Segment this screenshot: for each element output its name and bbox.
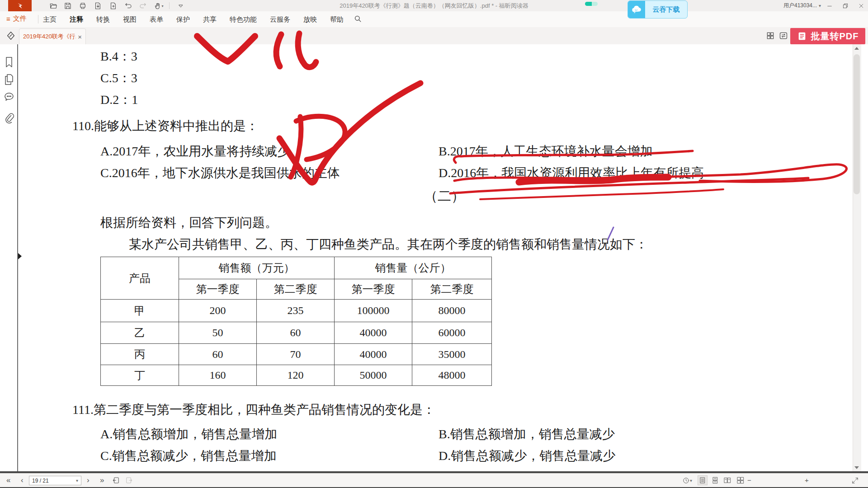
pdf-page: B.4：3 C.5：3 D.2：1 110.能够从上述资料中推出的是： A.20…: [18, 44, 853, 471]
table-cell-product: 甲: [101, 300, 179, 322]
doc-intro2: 某水产公司共销售甲、乙、丙、丁四种鱼类产品。其在两个季度的销售额和销售量情况如下…: [129, 236, 648, 253]
view-rotate-icon[interactable]: ▾: [680, 475, 694, 485]
close-button[interactable]: [854, 0, 868, 11]
panel-expand-handle[interactable]: [18, 253, 22, 259]
menu-bar: ≡ 文件 主页 注释 转换 视图 表单 保护 共享 特色功能 云服务 放映 帮助: [0, 11, 868, 28]
user-label: 用户413034...: [783, 2, 817, 9]
last-page-button[interactable]: »: [100, 475, 104, 485]
doc-q110-c: C.2016年，地下水源供水是我国供水的主体: [100, 164, 340, 182]
table-row: 丙 60 70 40000 35000: [101, 344, 492, 365]
grid-view-icon[interactable]: [766, 31, 775, 42]
first-page-button[interactable]: «: [6, 475, 10, 485]
page-indicator: 19 / 21: [32, 478, 76, 484]
table-cell-product: 丁: [101, 365, 179, 386]
doc-q110-b: B.2017年，人工生态环境补水量会增加: [439, 143, 653, 160]
search-icon[interactable]: [354, 14, 362, 25]
zoom-in-button[interactable]: +: [805, 475, 809, 485]
foxit-logo: [8, 0, 32, 11]
restore-button[interactable]: [839, 0, 852, 11]
menu-item-share[interactable]: 共享: [203, 15, 217, 24]
sales-data-table: 产品 销售额（万元） 销售量（公斤） 第一季度 第二季度 第一季度 第二季度 甲…: [100, 257, 492, 386]
table-cell: 200: [179, 300, 257, 322]
page-thumbnails-icon[interactable]: [4, 73, 14, 86]
tab-close-icon[interactable]: ×: [78, 33, 82, 41]
menu-item-help[interactable]: 帮助: [330, 15, 344, 24]
table-cell: 235: [257, 300, 335, 322]
user-caret-icon: ▾: [819, 3, 821, 8]
export-page-icon[interactable]: [93, 1, 102, 10]
menu-item-annotate[interactable]: 注释: [70, 15, 83, 24]
table-cell: 50: [179, 322, 257, 344]
table-cell: 60: [257, 322, 335, 344]
table-row: 甲 200 235 100000 80000: [101, 300, 492, 322]
next-page-button[interactable]: ›: [87, 475, 90, 485]
scroll-down-icon[interactable]: [853, 464, 861, 471]
menu-item-view[interactable]: 视图: [123, 15, 137, 24]
doc-intro1: 根据所给资料，回答下列问题。: [100, 214, 278, 231]
reading-mode-icon[interactable]: [778, 31, 788, 42]
table-cell: 48000: [412, 365, 492, 386]
continuous-facing-view-icon[interactable]: [736, 475, 745, 485]
next-view-icon[interactable]: [124, 475, 134, 485]
menu-item-features[interactable]: 特色功能: [230, 15, 257, 24]
document-tab[interactable]: 2019年420联考《行... ×: [19, 28, 86, 44]
pdf-doc-icon: [797, 31, 807, 41]
table-row: 乙 50 60 40000 60000: [101, 322, 492, 344]
prev-page-button[interactable]: ‹: [21, 475, 24, 485]
menu-item-cloud-service[interactable]: 云服务: [270, 15, 290, 24]
table-cell: 160: [179, 365, 257, 386]
comments-icon[interactable]: [4, 91, 14, 104]
collapse-toolbar-icon[interactable]: [176, 1, 185, 10]
doc-q110: 110.能够从上述资料中推出的是：: [72, 117, 259, 135]
open-file-icon[interactable]: [49, 1, 58, 10]
cloud-download-button[interactable]: 云吞下载: [627, 0, 688, 19]
print-icon[interactable]: [78, 1, 87, 10]
user-menu[interactable]: 用户413034... ▾: [783, 2, 821, 9]
fullscreen-icon[interactable]: [850, 475, 860, 485]
doc-option-c5: C.5：3: [100, 70, 137, 87]
table-cell: 50000: [335, 365, 412, 386]
table-cell: 100000: [335, 300, 412, 322]
continuous-view-icon[interactable]: [710, 475, 720, 485]
zoom-out-button[interactable]: −: [747, 475, 751, 485]
menu-item-present[interactable]: 放映: [303, 15, 317, 24]
menu-item-protect[interactable]: 保护: [176, 15, 190, 24]
menu-file[interactable]: ≡ 文件: [6, 14, 27, 23]
cloud-download-label: 云吞下载: [645, 5, 687, 14]
hand-tool-icon[interactable]: ▾: [152, 1, 165, 10]
mini-toggle[interactable]: [585, 2, 598, 6]
doc-q111-b: B.销售总额增加，销售总量减少: [439, 426, 615, 443]
scrollbar-thumb[interactable]: [854, 54, 860, 194]
add-page-icon[interactable]: [108, 1, 118, 10]
table-subheader-q1: 第一季度: [179, 279, 257, 300]
attachments-icon[interactable]: [4, 112, 14, 125]
menu-item-convert[interactable]: 转换: [96, 15, 110, 24]
previous-view-icon[interactable]: [111, 475, 121, 485]
view-rotate-caret: ▾: [690, 478, 692, 483]
batch-convert-pdf-button[interactable]: 批量转PDF: [790, 28, 865, 44]
annotate-pencil-icon[interactable]: [6, 31, 16, 42]
undo-icon[interactable]: [124, 1, 133, 10]
bookmark-icon[interactable]: [4, 56, 14, 69]
facing-view-icon[interactable]: [722, 475, 732, 485]
page-number-input[interactable]: 19 / 21 ▾: [29, 476, 81, 485]
menu-item-form[interactable]: 表单: [150, 15, 163, 24]
save-icon[interactable]: [63, 1, 72, 10]
table-header-product: 产品: [101, 257, 179, 300]
doc-q111: 111.第二季度与第一季度相比，四种鱼类产品销售情况的变化是：: [72, 401, 435, 418]
redo-icon[interactable]: [138, 1, 147, 10]
hamburger-icon: ≡: [6, 15, 10, 23]
tab-bar: 2019年420联考《行... × 批量转PDF: [0, 27, 868, 45]
left-panel-bar: [0, 44, 18, 473]
table-header-sales-volume: 销售量（公斤）: [335, 257, 492, 279]
scroll-up-icon[interactable]: [853, 44, 861, 52]
doc-option-d2: D.2：1: [100, 91, 138, 108]
minimize-button[interactable]: [823, 0, 836, 11]
table-cell: 40000: [335, 344, 412, 365]
doc-option-b4: B.4：3: [100, 48, 137, 65]
table-cell: 60: [179, 344, 257, 365]
single-page-view-icon[interactable]: [698, 475, 708, 485]
menu-item-homepage[interactable]: 主页: [43, 15, 57, 24]
page-caret-icon[interactable]: ▾: [76, 478, 78, 483]
doc-section-title: （二）: [424, 187, 465, 206]
